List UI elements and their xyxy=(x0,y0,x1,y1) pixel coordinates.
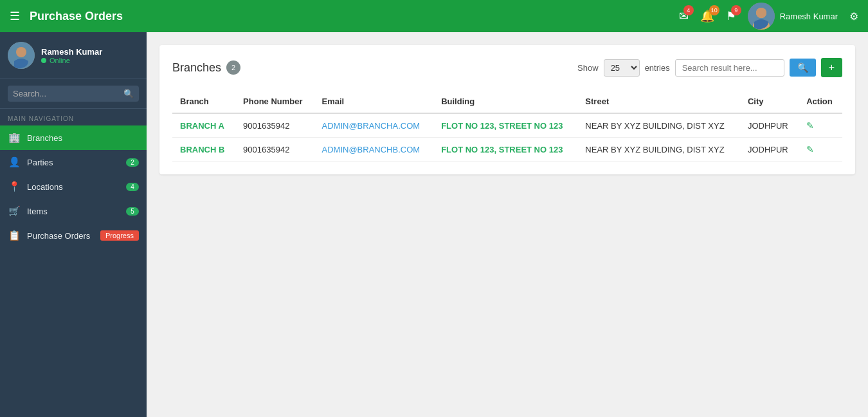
sidebar-search-icon: 🔍 xyxy=(123,89,134,98)
sidebar-user-details: Ramesh Kumar Online xyxy=(41,47,102,64)
col-street: Street xyxy=(577,90,740,113)
cell-building: FLOT NO 123, STREET NO 123 xyxy=(433,138,577,162)
cell-email[interactable]: ADMIN@BRANCHA.COM xyxy=(314,113,434,138)
bell-badge: 10 xyxy=(709,5,719,15)
search-box-inner: 🔍 xyxy=(8,86,139,102)
app-title-bold: Purchase xyxy=(30,10,82,23)
content-area: Branches 2 Show 25 10 50 100 entries 🔍 + xyxy=(147,32,868,417)
parties-badge: 2 xyxy=(126,158,139,167)
user-section[interactable]: Ramesh Kumar xyxy=(748,3,838,30)
locations-badge: 4 xyxy=(126,183,139,191)
table-add-button[interactable]: + xyxy=(821,58,842,77)
online-text: Online xyxy=(50,57,70,64)
cell-city: JODHPUR xyxy=(740,138,799,162)
purchase-orders-icon: 📋 xyxy=(8,230,21,241)
sidebar-label-purchase-orders: Purchase Orders xyxy=(27,231,94,241)
col-action: Action xyxy=(799,90,842,113)
entries-select[interactable]: 25 10 50 100 xyxy=(604,59,640,77)
page-title: Branches xyxy=(172,61,221,75)
locations-icon: 📍 xyxy=(8,181,21,192)
sidebar-label-locations: Locations xyxy=(27,182,120,192)
cell-action[interactable]: ✎ xyxy=(799,138,842,162)
hamburger-button[interactable]: ☰ xyxy=(10,9,20,23)
card-title: Branches 2 xyxy=(172,60,240,75)
sidebar-item-locations[interactable]: 📍 Locations 4 xyxy=(0,174,147,199)
app-title-normal: Orders xyxy=(85,10,123,23)
flag-badge: 9 xyxy=(731,5,741,15)
cell-action[interactable]: ✎ xyxy=(799,113,842,138)
bell-icon-wrap[interactable]: 🔔 10 xyxy=(700,9,714,23)
flag-icon-wrap[interactable]: ⚑ 9 xyxy=(726,9,736,23)
settings-icon[interactable]: ⚙ xyxy=(849,10,858,23)
entries-label: entries xyxy=(645,63,670,73)
table-row: BRANCH B 9001635942 ADMIN@BRANCHB.COM FL… xyxy=(172,138,842,162)
sidebar-label-branches: Branches xyxy=(27,133,139,143)
branches-table: Branch Phone Number Email Building Stree… xyxy=(172,90,842,162)
col-email: Email xyxy=(314,90,434,113)
app-title: Purchase Orders xyxy=(30,10,679,23)
sidebar-search-box: 🔍 xyxy=(0,79,147,109)
items-badge: 5 xyxy=(126,207,139,216)
col-phone: Phone Number xyxy=(235,90,314,113)
col-building: Building xyxy=(433,90,577,113)
sidebar-user-info: Ramesh Kumar Online xyxy=(0,32,147,79)
sidebar-item-purchase-orders[interactable]: 📋 Purchase Orders Progress xyxy=(0,223,147,248)
sidebar-avatar xyxy=(8,42,35,69)
cell-building: FLOT NO 123, STREET NO 123 xyxy=(433,113,577,138)
edit-icon[interactable]: ✎ xyxy=(806,120,814,131)
main-layout: Ramesh Kumar Online 🔍 MAIN NAVIGATION 🏢 … xyxy=(0,32,868,417)
table-search-input[interactable] xyxy=(675,59,784,77)
edit-icon[interactable]: ✎ xyxy=(806,144,814,154)
sidebar: Ramesh Kumar Online 🔍 MAIN NAVIGATION 🏢 … xyxy=(0,32,147,417)
sidebar-item-items[interactable]: 🛒 Items 5 xyxy=(0,199,147,223)
content-card: Branches 2 Show 25 10 50 100 entries 🔍 + xyxy=(159,45,855,174)
page-title-badge: 2 xyxy=(226,60,240,75)
mail-icon-wrap[interactable]: ✉ 4 xyxy=(679,9,689,23)
parties-icon: 👤 xyxy=(8,156,21,168)
items-icon: 🛒 xyxy=(8,205,21,217)
cell-street: NEAR BY XYZ BUILDING, DIST XYZ xyxy=(577,113,740,138)
cell-city: JODHPUR xyxy=(740,113,799,138)
sidebar-item-parties[interactable]: 👤 Parties 2 xyxy=(0,150,147,174)
sidebar-username: Ramesh Kumar xyxy=(41,47,102,57)
online-status: Online xyxy=(41,57,102,64)
cell-phone: 9001635942 xyxy=(235,138,314,162)
col-city: City xyxy=(740,90,799,113)
mail-badge: 4 xyxy=(683,5,694,15)
svg-point-5 xyxy=(16,47,26,57)
table-header-row: Branch Phone Number Email Building Stree… xyxy=(172,90,842,113)
cell-email[interactable]: ADMIN@BRANCHB.COM xyxy=(314,138,434,162)
nav-section-label: MAIN NAVIGATION xyxy=(0,109,147,125)
cell-branch[interactable]: BRANCH B xyxy=(172,138,235,162)
header-icons: ✉ 4 🔔 10 ⚑ 9 Ramesh Kumar ⚙ xyxy=(679,3,858,30)
cell-branch[interactable]: BRANCH A xyxy=(172,113,235,138)
sidebar-search-input[interactable] xyxy=(13,89,123,98)
branches-icon: 🏢 xyxy=(8,132,21,144)
sidebar-item-branches[interactable]: 🏢 Branches xyxy=(0,125,147,150)
sidebar-label-items: Items xyxy=(27,207,120,216)
card-controls: Show 25 10 50 100 entries 🔍 + xyxy=(577,58,842,77)
header-username: Ramesh Kumar xyxy=(780,12,838,21)
online-dot xyxy=(41,58,46,63)
cell-street: NEAR BY XYZ BUILDING, DIST XYZ xyxy=(577,138,740,162)
col-branch: Branch xyxy=(172,90,235,113)
table-search-button[interactable]: 🔍 xyxy=(790,59,816,77)
cell-phone: 9001635942 xyxy=(235,113,314,138)
sidebar-label-parties: Parties xyxy=(27,158,120,167)
header-avatar xyxy=(748,3,775,30)
svg-point-3 xyxy=(756,8,766,18)
card-header: Branches 2 Show 25 10 50 100 entries 🔍 + xyxy=(172,58,842,77)
top-header: ☰ Purchase Orders ✉ 4 🔔 10 ⚑ 9 xyxy=(0,0,868,32)
purchase-orders-badge: Progress xyxy=(100,230,139,241)
table-row: BRANCH A 9001635942 ADMIN@BRANCHA.COM FL… xyxy=(172,113,842,138)
show-label: Show xyxy=(577,63,599,73)
